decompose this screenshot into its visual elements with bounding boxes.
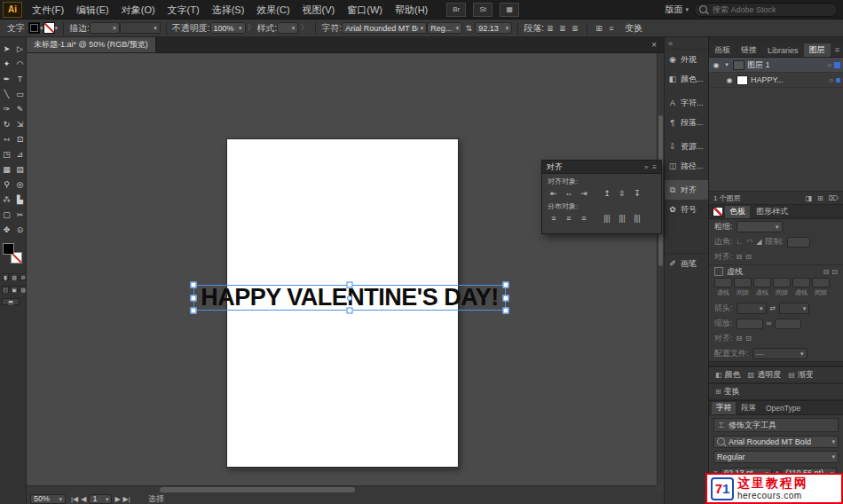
align-left-icon[interactable]: ≣	[544, 22, 556, 35]
dash-input[interactable]	[753, 278, 771, 287]
color-button[interactable]: ▮	[2, 273, 9, 280]
hand-tool[interactable]: ✥	[0, 222, 13, 237]
canvas[interactable]: HAPPY VALENTINE'S DAY!	[27, 53, 657, 485]
panel-menu-icon[interactable]: ≡	[652, 163, 657, 171]
menu-item[interactable]: 对象(O)	[115, 0, 162, 20]
menu-item[interactable]: 文字(T)	[162, 0, 206, 20]
column-graph-tool[interactable]: ▙	[13, 192, 27, 207]
miter-join-icon[interactable]: ∟	[737, 238, 744, 246]
opacity-flyout-icon[interactable]: 〉	[248, 22, 256, 34]
selection-handle[interactable]	[347, 308, 353, 314]
dash-input[interactable]	[714, 278, 732, 287]
selection-handle[interactable]	[503, 295, 509, 301]
new-layer-icon[interactable]: ⊞	[817, 194, 823, 202]
tab-transparency[interactable]: ▨ 透明度	[745, 369, 784, 381]
align-vertical-top-icon[interactable]: ↥	[601, 187, 613, 199]
arrange-documents-icon[interactable]: ▦	[500, 3, 519, 17]
tab-gradient[interactable]: ▤ 渐变	[785, 369, 816, 381]
mesh-tool[interactable]: ▦	[0, 161, 13, 177]
style-select[interactable]: ▾	[277, 22, 298, 34]
align-horizontal-right-icon[interactable]: ⇥	[578, 187, 590, 199]
expand-caret-icon[interactable]: ▼	[723, 62, 730, 67]
draw-behind-icon[interactable]: ▣	[11, 286, 18, 293]
symbol-sprayer-tool[interactable]: ⁂	[0, 192, 13, 207]
tab-paragraph[interactable]: 段落	[737, 402, 760, 414]
align-vertical-bottom-icon[interactable]: ↧	[631, 187, 643, 199]
target-circle-icon[interactable]: ○	[827, 61, 831, 69]
align-stroke-inside-icon[interactable]: ⊡	[745, 253, 752, 261]
align-stroke-center-icon[interactable]: ⊟	[737, 253, 743, 261]
draw-inside-icon[interactable]: ▥	[20, 286, 27, 293]
distribute-vertical-center-icon[interactable]: ≡	[563, 212, 575, 224]
fill-swatch[interactable]	[3, 243, 14, 255]
gradient-button[interactable]: ▨	[11, 273, 18, 280]
selection-handle[interactable]	[503, 282, 509, 288]
dash-input[interactable]	[792, 278, 810, 287]
scale-start-field[interactable]	[737, 319, 763, 329]
menu-item[interactable]: 选择(S)	[206, 0, 251, 20]
panel-appearance-button[interactable]: ◉ 外观	[665, 50, 708, 69]
first-artboard-icon[interactable]: |◀	[71, 495, 78, 503]
draw-normal-icon[interactable]: ▢	[2, 286, 9, 293]
preserve-dash-icon[interactable]: ⊟	[823, 268, 830, 276]
reference-point[interactable]	[347, 295, 352, 301]
panel-align-button[interactable]: ⧉ 对齐	[665, 180, 708, 200]
rectangle-tool[interactable]: ▭	[13, 86, 27, 101]
selection-handle[interactable]	[503, 308, 509, 314]
font-size-select[interactable]: 92.13▾	[475, 22, 512, 34]
layer-row[interactable]: ◉ HAPPY... ○	[709, 73, 843, 88]
miter-limit-field[interactable]	[787, 237, 810, 248]
stock-search-box[interactable]	[694, 3, 838, 17]
selection-indicator[interactable]	[834, 62, 840, 68]
none-button[interactable]: ⊘	[20, 273, 27, 280]
type-tool[interactable]: T	[13, 71, 27, 86]
paintbrush-tool[interactable]: ✑	[0, 101, 13, 116]
scale-tool[interactable]: ⇲	[13, 116, 27, 131]
round-join-icon[interactable]: ◠	[746, 238, 752, 246]
lasso-tool[interactable]: ◠	[13, 56, 27, 71]
arrow-start-select[interactable]: ▾	[737, 303, 767, 314]
align-dash-icon[interactable]: ⊡	[831, 268, 838, 276]
width-profile-select[interactable]: —▾	[752, 348, 808, 359]
menu-item[interactable]: 窗口(W)	[341, 0, 389, 20]
selection-handle[interactable]	[347, 282, 353, 288]
arrow-align-tip-icon[interactable]: ⊟	[737, 335, 743, 343]
visibility-eye-icon[interactable]: ◉	[712, 61, 721, 69]
panel-brushes-button[interactable]: ✐ 画笔	[665, 253, 708, 273]
swap-arrows-icon[interactable]: ⇄	[770, 304, 776, 312]
arrow-align-end-icon[interactable]: ⊡	[745, 335, 752, 343]
panel-color-button[interactable]: ◧ 颜色...	[665, 69, 708, 89]
align-right-icon[interactable]: ≣	[569, 22, 581, 35]
magic-wand-tool[interactable]: ✦	[0, 56, 13, 71]
tab-links[interactable]: 链接	[736, 43, 762, 57]
tab-character[interactable]: 字符	[712, 402, 736, 414]
pencil-tool[interactable]: ✎	[13, 101, 27, 116]
distribute-horizontal-left-icon[interactable]: |||	[601, 212, 613, 224]
stroke-panel-icon[interactable]	[713, 207, 723, 217]
opacity-select[interactable]: 100%▾	[210, 22, 246, 34]
arrow-end-select[interactable]: ▾	[779, 303, 809, 314]
tab-libraries[interactable]: Libraries	[762, 43, 804, 57]
free-transform-tool[interactable]: ⊡	[13, 131, 27, 146]
scale-end-field[interactable]	[775, 319, 801, 329]
gradient-tool[interactable]: ▤	[13, 161, 27, 177]
collapse-icon[interactable]: »	[644, 163, 648, 171]
text-object[interactable]: HAPPY VALENTINE'S DAY!	[193, 285, 506, 311]
direct-selection-tool[interactable]: ▷	[13, 41, 27, 56]
tab-transform[interactable]: ⊞ 变换	[713, 386, 743, 398]
selection-indicator[interactable]	[836, 78, 840, 83]
vertical-scrollbar[interactable]	[657, 53, 664, 485]
dash-input[interactable]	[734, 278, 752, 287]
previous-artboard-icon[interactable]: ◀	[81, 495, 86, 503]
eyedropper-tool[interactable]: ⚲	[0, 177, 13, 192]
artboard-select[interactable]: 1▾	[89, 494, 112, 504]
font-family-select[interactable]: Arial Rounded MT Bold▾	[342, 22, 427, 34]
layer-name[interactable]: 图层 1	[747, 59, 824, 71]
dash-input[interactable]	[773, 278, 791, 287]
selection-tool[interactable]: ➤	[0, 41, 13, 56]
panel-asset-export-button[interactable]: ⇩ 资源...	[665, 137, 708, 156]
tab-artboards[interactable]: 画板	[709, 43, 736, 57]
make-mask-icon[interactable]: ◨	[805, 194, 812, 202]
stroke-color-swatch[interactable]	[43, 22, 55, 34]
fill-color-swatch[interactable]	[28, 22, 40, 34]
